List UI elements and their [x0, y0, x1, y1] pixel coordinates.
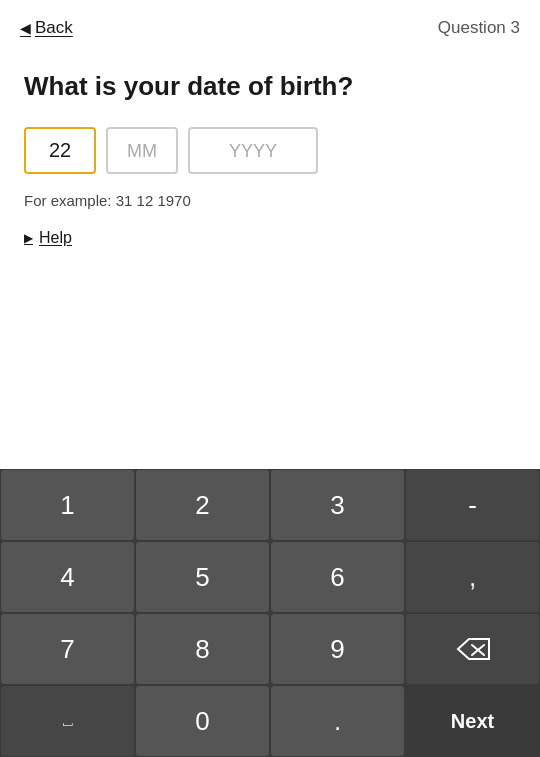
date-inputs — [24, 127, 516, 174]
key-9[interactable]: 9 — [270, 613, 405, 685]
question-counter: Question 3 — [438, 18, 520, 38]
back-chevron-icon: ◀ — [20, 20, 31, 36]
key-backspace[interactable] — [405, 613, 540, 685]
key-4[interactable]: 4 — [0, 541, 135, 613]
key-dash[interactable]: - — [405, 469, 540, 541]
key-dot[interactable]: . — [270, 685, 405, 757]
keyboard-row-1: 1 2 3 - — [0, 469, 540, 541]
key-6[interactable]: 6 — [270, 541, 405, 613]
keyboard: 1 2 3 - 4 5 6 , 7 8 9 — [0, 469, 540, 757]
help-label: Help — [39, 229, 72, 247]
space-icon: ⎵ — [63, 712, 73, 730]
backspace-icon — [456, 638, 490, 660]
key-8[interactable]: 8 — [135, 613, 270, 685]
content-area: What is your date of birth? For example:… — [0, 50, 540, 469]
question-title: What is your date of birth? — [24, 70, 516, 103]
key-2[interactable]: 2 — [135, 469, 270, 541]
key-comma[interactable]: , — [405, 541, 540, 613]
month-input[interactable] — [106, 127, 178, 174]
keyboard-row-3: 7 8 9 — [0, 613, 540, 685]
back-button[interactable]: ◀ Back — [20, 18, 73, 38]
help-link[interactable]: ▶ Help — [24, 229, 516, 247]
key-3[interactable]: 3 — [270, 469, 405, 541]
keyboard-row-2: 4 5 6 , — [0, 541, 540, 613]
key-1[interactable]: 1 — [0, 469, 135, 541]
key-7[interactable]: 7 — [0, 613, 135, 685]
example-text: For example: 31 12 1970 — [24, 192, 516, 209]
keyboard-rows: 1 2 3 - 4 5 6 , 7 8 9 — [0, 469, 540, 757]
keyboard-row-4: ⎵ 0 . Next — [0, 685, 540, 757]
key-0[interactable]: 0 — [135, 685, 270, 757]
year-input[interactable] — [188, 127, 318, 174]
header: ◀ Back Question 3 — [0, 0, 540, 50]
help-chevron-icon: ▶ — [24, 231, 33, 245]
key-5[interactable]: 5 — [135, 541, 270, 613]
back-label: Back — [35, 18, 73, 38]
next-button[interactable]: Next — [405, 685, 540, 757]
day-input[interactable] — [24, 127, 96, 174]
key-space[interactable]: ⎵ — [0, 685, 135, 757]
